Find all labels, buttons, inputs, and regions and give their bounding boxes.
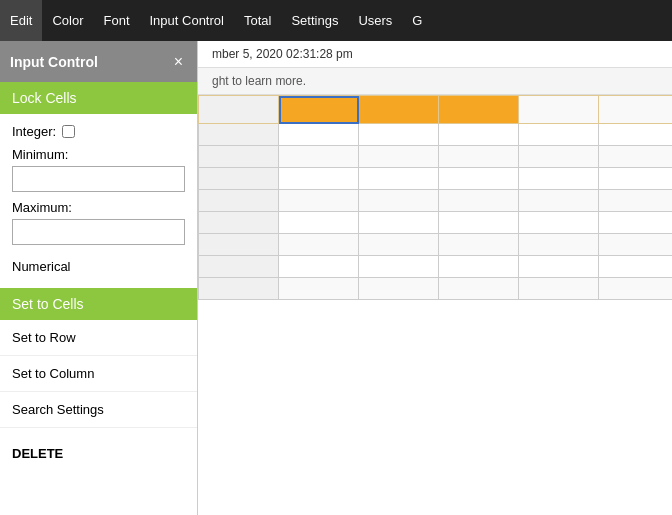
cell-4-3[interactable] (439, 190, 519, 212)
cell-2-3[interactable] (439, 146, 519, 168)
cell-7-4[interactable] (519, 256, 599, 278)
set-to-row-item[interactable]: Set to Row (0, 320, 197, 356)
cell-6-2[interactable] (359, 234, 439, 256)
panel-title: Input Control (10, 54, 98, 70)
menu-total[interactable]: Total (234, 0, 281, 41)
cell-5-5[interactable] (599, 212, 673, 234)
cell-8-3[interactable] (439, 278, 519, 300)
table-row (199, 168, 673, 190)
date-text: mber 5, 2020 02:31:28 pm (212, 47, 353, 61)
cell-4-5[interactable] (599, 190, 673, 212)
cell-5-3[interactable] (439, 212, 519, 234)
cell-7-1[interactable] (279, 256, 359, 278)
table-row (199, 124, 673, 146)
row-header-1 (199, 124, 279, 146)
learn-more-text: ght to learn more. (212, 74, 306, 88)
grid-table (198, 95, 672, 300)
row-header-5 (199, 212, 279, 234)
delete-item[interactable]: DELETE (0, 432, 197, 471)
close-button[interactable]: × (170, 53, 187, 71)
spreadsheet[interactable] (198, 95, 672, 515)
cell-8-2[interactable] (359, 278, 439, 300)
cell-3-1[interactable] (279, 168, 359, 190)
row-header-3 (199, 168, 279, 190)
row-header-0 (199, 96, 279, 124)
menu-g[interactable]: G (402, 0, 432, 41)
cell-8-4[interactable] (519, 278, 599, 300)
cell-3-4[interactable] (519, 168, 599, 190)
cell-header-3[interactable] (439, 96, 519, 124)
cell-4-4[interactable] (519, 190, 599, 212)
cell-header-2[interactable] (359, 96, 439, 124)
row-header-2 (199, 146, 279, 168)
search-settings-item[interactable]: Search Settings (0, 392, 197, 428)
lock-cells-section[interactable]: Lock Cells (0, 82, 197, 114)
cell-6-1[interactable] (279, 234, 359, 256)
cell-3-2[interactable] (359, 168, 439, 190)
input-control-panel: Input Control × Lock Cells Integer: Mini… (0, 41, 198, 515)
cell-3-5[interactable] (599, 168, 673, 190)
cell-5-4[interactable] (519, 212, 599, 234)
cell-2-4[interactable] (519, 146, 599, 168)
set-to-column-item[interactable]: Set to Column (0, 356, 197, 392)
table-row (199, 146, 673, 168)
cell-7-3[interactable] (439, 256, 519, 278)
table-row (199, 190, 673, 212)
integer-label: Integer: (12, 124, 185, 139)
numerical-label: Numerical (12, 253, 185, 278)
cell-5-1[interactable] (279, 212, 359, 234)
cell-2-2[interactable] (359, 146, 439, 168)
date-bar: mber 5, 2020 02:31:28 pm (198, 41, 672, 68)
cell-8-5[interactable] (599, 278, 673, 300)
row-header-6 (199, 234, 279, 256)
learn-more-bar: ght to learn more. (198, 68, 672, 95)
panel-header: Input Control × (0, 41, 197, 82)
menu-font[interactable]: Font (93, 0, 139, 41)
row-header-4 (199, 190, 279, 212)
table-row (199, 256, 673, 278)
table-row (199, 278, 673, 300)
minimum-field-row: Minimum: (12, 147, 185, 192)
cell-4-1[interactable] (279, 190, 359, 212)
cell-header-5[interactable] (599, 96, 673, 124)
maximum-field-row: Maximum: (12, 200, 185, 245)
cell-1-2[interactable] (359, 124, 439, 146)
cell-2-5[interactable] (599, 146, 673, 168)
cell-4-2[interactable] (359, 190, 439, 212)
cell-header-1[interactable] (279, 96, 359, 124)
cell-6-3[interactable] (439, 234, 519, 256)
cell-2-1[interactable] (279, 146, 359, 168)
set-to-cells-section[interactable]: Set to Cells (0, 288, 197, 320)
maximum-input[interactable] (12, 219, 185, 245)
menu-input-control[interactable]: Input Control (140, 0, 234, 41)
cell-1-3[interactable] (439, 124, 519, 146)
menu-bar: Edit Color Font Input Control Total Sett… (0, 0, 672, 41)
cell-8-1[interactable] (279, 278, 359, 300)
cell-6-4[interactable] (519, 234, 599, 256)
row-header-7 (199, 256, 279, 278)
cell-1-4[interactable] (519, 124, 599, 146)
cell-3-3[interactable] (439, 168, 519, 190)
content-area: mber 5, 2020 02:31:28 pm ght to learn mo… (198, 41, 672, 515)
menu-settings[interactable]: Settings (281, 0, 348, 41)
minimum-input[interactable] (12, 166, 185, 192)
row-header-8 (199, 278, 279, 300)
lock-cells-content: Integer: Minimum: Maximum: Numerical (0, 114, 197, 288)
maximum-label: Maximum: (12, 200, 185, 215)
cell-7-2[interactable] (359, 256, 439, 278)
table-row (199, 212, 673, 234)
cell-6-5[interactable] (599, 234, 673, 256)
integer-field-row: Integer: (12, 124, 185, 139)
menu-users[interactable]: Users (348, 0, 402, 41)
header-row (199, 96, 673, 124)
cell-7-5[interactable] (599, 256, 673, 278)
integer-checkbox[interactable] (62, 125, 75, 138)
menu-edit[interactable]: Edit (0, 0, 42, 41)
menu-color[interactable]: Color (42, 0, 93, 41)
minimum-label: Minimum: (12, 147, 185, 162)
cell-5-2[interactable] (359, 212, 439, 234)
cell-1-5[interactable] (599, 124, 673, 146)
table-row (199, 234, 673, 256)
cell-1-1[interactable] (279, 124, 359, 146)
cell-header-4[interactable] (519, 96, 599, 124)
